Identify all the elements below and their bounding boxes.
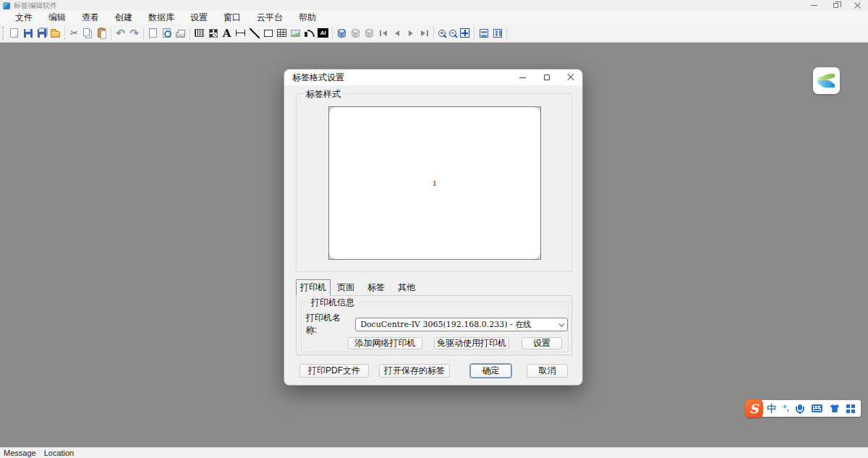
menu-item-file[interactable]: 文件: [7, 12, 41, 24]
chinese-mode-icon[interactable]: 中: [767, 404, 776, 413]
page-setup-icon[interactable]: [146, 25, 160, 41]
driver-free-printer-button[interactable]: 免驱动使用打印机: [434, 337, 509, 349]
zoom-in-icon[interactable]: +: [436, 27, 447, 38]
dialog-maximize-icon[interactable]: [535, 69, 558, 85]
ok-button[interactable]: 确定: [470, 364, 511, 378]
menu-item-edit[interactable]: 编辑: [41, 12, 74, 24]
menu-item-view[interactable]: 查看: [74, 12, 107, 24]
image-icon[interactable]: [289, 25, 302, 41]
titlebar: 标签编辑软件: [0, 0, 868, 11]
line-icon[interactable]: [247, 25, 261, 41]
menu-item-help[interactable]: 帮助: [291, 12, 324, 24]
last-record-icon[interactable]: [417, 25, 431, 41]
microphone-icon[interactable]: [798, 404, 802, 410]
toolbar-separator: [433, 27, 434, 40]
menu-item-database[interactable]: 数据库: [140, 12, 182, 24]
printer-name-value: DocuCentre-IV 3065(192.168.0.233) - 在线: [360, 319, 531, 330]
dialog-titlebar[interactable]: 标签格式设置: [284, 69, 582, 85]
toolbar-grip[interactable]: [2, 26, 5, 41]
save-icon[interactable]: [21, 25, 35, 41]
dialog-close-icon[interactable]: [558, 69, 582, 85]
menubar: 文件 编辑 查看 创建 数据库 设置 窗口 云平台 帮助: [0, 11, 868, 24]
skin-icon[interactable]: [830, 404, 839, 412]
toolbar-separator: [64, 27, 65, 40]
dialog-tabs: 打印机 页面 标签 其他: [296, 283, 422, 296]
menu-item-settings[interactable]: 设置: [182, 12, 216, 24]
printer-name-row: 打印机名称: DocuCentre-IV 3065(192.168.0.233)…: [306, 312, 568, 336]
restore-icon[interactable]: [825, 0, 846, 11]
rfid-icon[interactable]: [302, 25, 316, 41]
toolbar-separator: [506, 27, 507, 40]
logo-chevron-green: [818, 74, 835, 81]
next-record-icon[interactable]: [404, 25, 417, 41]
menu-item-window[interactable]: 窗口: [216, 12, 249, 24]
app-logo-watermark: [813, 67, 840, 94]
prev-record-icon[interactable]: [390, 25, 404, 41]
label-preview-frame: 1: [328, 106, 541, 260]
punctuation-icon[interactable]: °,: [783, 404, 788, 412]
print-preview-icon[interactable]: [160, 25, 174, 41]
save-all-icon[interactable]: [35, 25, 48, 41]
text-tool-icon[interactable]: A: [220, 25, 234, 41]
tab-printer[interactable]: 打印机: [296, 279, 331, 296]
add-network-printer-button[interactable]: 添加网络打印机: [348, 337, 422, 349]
tab-page[interactable]: 页面: [331, 279, 361, 296]
dialog-bottom-buttons: 打印PDF文件 打开保存的标签 确定 取消: [284, 364, 582, 380]
database-edit-icon[interactable]: [349, 25, 362, 41]
print-pdf-button[interactable]: 打印PDF文件: [299, 364, 369, 378]
label-preview: 1: [329, 107, 540, 259]
undo-icon[interactable]: [114, 25, 127, 41]
dimension-icon[interactable]: [234, 25, 247, 41]
fit-window-icon[interactable]: [458, 25, 472, 41]
dialog-title: 标签格式设置: [292, 72, 344, 84]
toolbar-separator: [190, 27, 190, 40]
menu-item-create[interactable]: 创建: [107, 12, 140, 24]
toolbar-separator: [332, 27, 333, 40]
toolbox-icon[interactable]: [846, 404, 855, 413]
sogou-logo-icon[interactable]: S: [745, 399, 763, 417]
paste-icon[interactable]: [95, 25, 109, 41]
open-icon[interactable]: [48, 25, 62, 41]
print-icon[interactable]: [174, 25, 187, 41]
barcode-icon[interactable]: [192, 25, 206, 41]
cancel-button[interactable]: 取消: [527, 364, 568, 378]
dialog-minimize-icon[interactable]: [511, 69, 535, 85]
redo-icon[interactable]: [127, 25, 141, 41]
status-location: Location: [44, 449, 75, 457]
ai-tool-icon[interactable]: AI: [316, 25, 330, 41]
keyboard-icon[interactable]: [812, 404, 822, 412]
printer-buttons-row: 添加网络打印机 免驱动使用打印机 设置: [302, 337, 568, 350]
printer-name-select[interactable]: DocuCentre-IV 3065(192.168.0.233) - 在线: [355, 318, 568, 331]
database-refresh-icon[interactable]: [362, 25, 376, 41]
split-vertical-icon[interactable]: [490, 25, 504, 41]
window-title: 标签编辑软件: [14, 1, 57, 11]
first-record-icon[interactable]: [376, 25, 390, 41]
printer-info-groupbox: 打印机信息 打印机名称: DocuCentre-IV 3065(192.168.…: [301, 302, 569, 352]
close-icon[interactable]: [846, 0, 868, 11]
rectangle-icon[interactable]: [261, 25, 275, 41]
toolbar-separator: [143, 27, 144, 40]
statusbar: Message Location: [0, 447, 868, 458]
status-message: Message: [4, 449, 36, 457]
open-saved-label-button[interactable]: 打开保存的标签: [379, 364, 450, 378]
split-horizontal-icon[interactable]: [477, 25, 490, 41]
qrcode-icon[interactable]: [206, 25, 220, 41]
zoom-out-icon[interactable]: −: [447, 27, 458, 38]
new-file-icon[interactable]: [7, 25, 21, 41]
printer-settings-button[interactable]: 设置: [522, 337, 562, 349]
workspace-canvas: 标签格式设置 标签样式 1 打印机 页面 标签 其他 打印机信息: [0, 43, 868, 447]
logo-chevron-blue: [818, 80, 835, 88]
menu-item-cloud[interactable]: 云平台: [249, 12, 291, 24]
label-preview-number: 1: [433, 179, 437, 187]
cut-icon[interactable]: [67, 25, 81, 41]
chevron-down-icon: [558, 321, 564, 326]
tab-other[interactable]: 其他: [391, 279, 422, 296]
database-icon[interactable]: [335, 25, 349, 41]
dialog-window-controls: [511, 69, 582, 85]
minimize-icon[interactable]: [803, 0, 825, 11]
ime-pill: 中 °,: [761, 400, 861, 417]
toolbar-separator: [111, 27, 111, 40]
table-icon[interactable]: [275, 25, 289, 41]
copy-icon[interactable]: [81, 25, 95, 41]
tab-label[interactable]: 标签: [361, 279, 391, 296]
